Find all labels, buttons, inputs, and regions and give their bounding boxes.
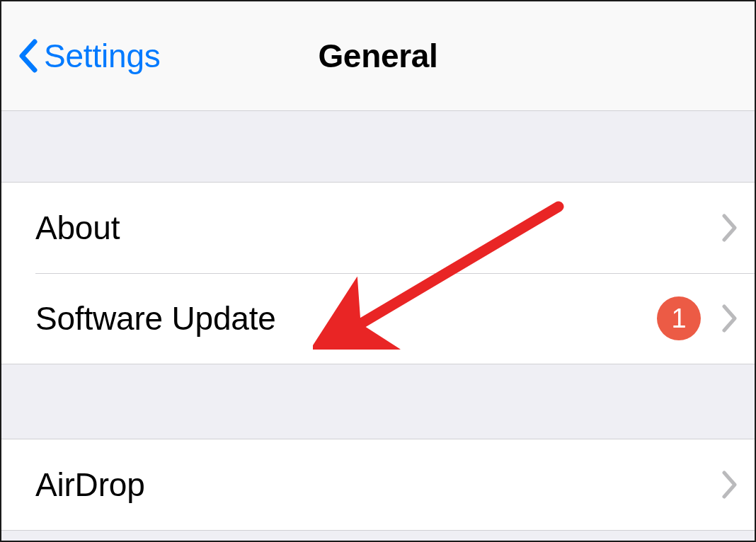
list-item-label: AirDrop — [35, 466, 722, 504]
nav-header: Settings General — [1, 1, 755, 111]
back-button[interactable]: Settings — [1, 1, 161, 110]
settings-general-screen: Settings General About Software Update 1… — [0, 0, 756, 542]
list-item-airdrop[interactable]: AirDrop — [1, 439, 755, 530]
list-group-1: About Software Update 1 — [1, 182, 755, 364]
list-group-2: AirDrop — [1, 439, 755, 531]
chevron-right-icon — [722, 214, 738, 242]
list-item-label: About — [35, 209, 722, 247]
chevron-right-icon — [722, 304, 738, 333]
page-title: General — [318, 37, 437, 75]
back-label: Settings — [44, 37, 161, 75]
section-gap — [1, 364, 755, 439]
list-item-label: Software Update — [35, 299, 657, 338]
section-gap — [1, 111, 755, 182]
notification-badge: 1 — [657, 296, 701, 340]
list-item-software-update[interactable]: Software Update 1 — [1, 273, 755, 364]
chevron-right-icon — [722, 471, 738, 499]
chevron-left-icon — [17, 39, 38, 73]
list-item-about[interactable]: About — [1, 183, 755, 273]
